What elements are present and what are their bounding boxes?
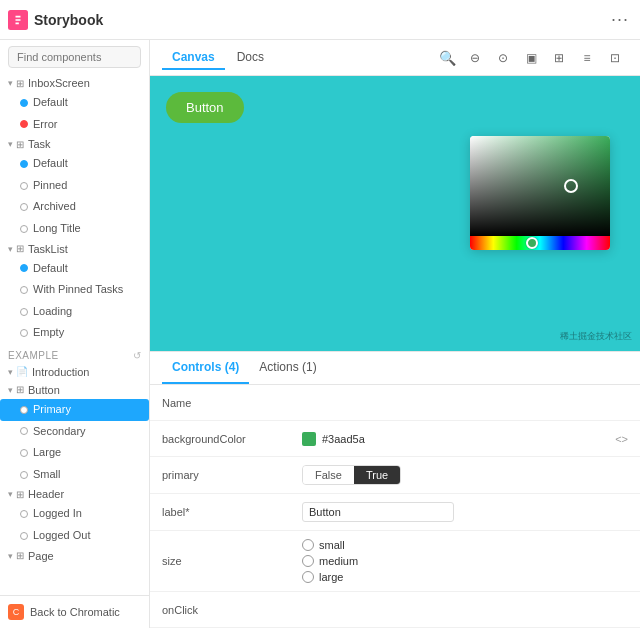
sidebar-item-tasklist-default[interactable]: Default: [0, 258, 149, 280]
dot-icon: [20, 329, 28, 337]
chromatic-icon: C: [8, 604, 24, 620]
sidebar-group-header-header[interactable]: ▾ ⊞ Header: [0, 485, 149, 503]
sidebar-item-task-pinned[interactable]: Pinned: [0, 175, 149, 197]
dot-icon: [20, 225, 28, 233]
refresh-icon[interactable]: ↺: [133, 350, 142, 361]
main-layout: ▾ ⊞ InboxScreen Default Error ▾ ⊞ Task: [0, 40, 640, 628]
control-row-name: Name: [150, 385, 640, 421]
sidebar-item-button-large[interactable]: Large: [0, 442, 149, 464]
label-input[interactable]: [302, 502, 454, 522]
tab-actions[interactable]: Actions (1): [249, 352, 326, 384]
preview-button[interactable]: Button: [166, 92, 244, 123]
sidebar-item-header-loggedin[interactable]: Logged In: [0, 503, 149, 525]
sidebar-item-tasklist-empty[interactable]: Empty: [0, 322, 149, 344]
sidebar-group-inboxscreen-header[interactable]: ▾ ⊞ InboxScreen: [0, 74, 149, 92]
item-label: Error: [33, 116, 57, 134]
dot-icon: [20, 182, 28, 190]
group-label: Page: [28, 550, 54, 562]
sidebar-group-button-header[interactable]: ▾ ⊞ Button: [0, 381, 149, 399]
item-label: Default: [33, 260, 68, 278]
zoom-reset-icon[interactable]: ⊙: [490, 45, 516, 71]
zoom-in-icon[interactable]: 🔍: [434, 45, 460, 71]
size-large-option[interactable]: large: [302, 571, 358, 583]
primary-false-button[interactable]: False: [303, 466, 354, 484]
dot-icon: [20, 264, 28, 272]
sidebar-item-inboxscreen-default[interactable]: Default: [0, 92, 149, 114]
sidebar-item-task-longtitle[interactable]: Long Title: [0, 218, 149, 240]
radio-medium-icon: [302, 555, 314, 567]
more-options-button[interactable]: ···: [608, 8, 632, 32]
group-label: Header: [28, 488, 64, 500]
radio-small-icon: [302, 539, 314, 551]
sidebar-item-button-primary[interactable]: Primary: [0, 399, 149, 421]
size-medium-option[interactable]: medium: [302, 555, 358, 567]
color-swatch[interactable]: [302, 432, 316, 446]
sidebar-group-tasklist-header[interactable]: ▾ ⊞ TaskList: [0, 240, 149, 258]
sidebar-group-task-header[interactable]: ▾ ⊞ Task: [0, 135, 149, 153]
tab-controls[interactable]: Controls (4): [162, 352, 249, 384]
back-to-chromatic-button[interactable]: C Back to Chromatic: [0, 595, 149, 628]
layout-icon[interactable]: ≡: [574, 45, 600, 71]
color-picker-hue-thumb[interactable]: [526, 237, 538, 249]
collapse-arrow-icon: ▾: [8, 244, 13, 254]
control-label-bgcolor: backgroundColor: [162, 433, 302, 445]
book-icon: ⊞: [16, 139, 24, 150]
canvas-toolbar: Canvas Docs 🔍 ⊖ ⊙ ▣ ⊞ ≡ ⊡: [150, 40, 640, 76]
item-label: Pinned: [33, 177, 67, 195]
group-label: Button: [28, 384, 60, 396]
size-small-option[interactable]: small: [302, 539, 358, 551]
collapse-arrow-icon: ▾: [8, 78, 13, 88]
dot-icon: [20, 120, 28, 128]
sidebar-item-task-default[interactable]: Default: [0, 153, 149, 175]
viewport-icon[interactable]: ▣: [518, 45, 544, 71]
item-label: Default: [33, 94, 68, 112]
control-row-onclick: onClick: [150, 592, 640, 628]
tab-docs[interactable]: Docs: [227, 46, 274, 70]
item-label: Large: [33, 444, 61, 462]
control-value-bgcolor[interactable]: #3aad5a <>: [302, 432, 628, 446]
sidebar-item-tasklist-withpinned[interactable]: With Pinned Tasks: [0, 279, 149, 301]
dot-icon: [20, 449, 28, 457]
color-picker-thumb[interactable]: [564, 179, 578, 193]
sidebar-group-page: ▾ ⊞ Page: [0, 547, 149, 565]
book-icon: 📄: [16, 366, 28, 377]
sidebar-group-page-header[interactable]: ▾ ⊞ Page: [0, 547, 149, 565]
control-label-size: size: [162, 555, 302, 567]
sidebar-item-header-loggedout[interactable]: Logged Out: [0, 525, 149, 547]
sidebar-item-button-small[interactable]: Small: [0, 464, 149, 486]
collapse-arrow-icon: ▾: [8, 385, 13, 395]
primary-true-button[interactable]: True: [354, 466, 400, 484]
search-input[interactable]: [8, 46, 141, 68]
radio-large-label: large: [319, 571, 343, 583]
item-label: Secondary: [33, 423, 86, 441]
sidebar-item-task-archived[interactable]: Archived: [0, 196, 149, 218]
sidebar-item-button-secondary[interactable]: Secondary: [0, 421, 149, 443]
sidebar-group-introduction-header[interactable]: ▾ 📄 Introduction: [0, 363, 149, 381]
dot-icon: [20, 471, 28, 479]
radio-large-icon: [302, 571, 314, 583]
app-header: Storybook ···: [0, 0, 640, 40]
grid-icon[interactable]: ⊞: [546, 45, 572, 71]
color-picker-hue-slider[interactable]: [470, 236, 610, 250]
settings-icon[interactable]: ⊡: [602, 45, 628, 71]
color-code-toggle[interactable]: <>: [615, 433, 628, 445]
color-picker-overlay[interactable]: [470, 136, 610, 250]
color-picker-gradient[interactable]: [470, 136, 610, 236]
dot-icon: [20, 427, 28, 435]
sidebar-item-inboxscreen-error[interactable]: Error: [0, 114, 149, 136]
sidebar-item-tasklist-loading[interactable]: Loading: [0, 301, 149, 323]
collapse-arrow-icon: ▾: [8, 139, 13, 149]
item-label: Archived: [33, 198, 76, 216]
control-value-label: [302, 502, 628, 522]
group-label: TaskList: [28, 243, 68, 255]
tab-canvas[interactable]: Canvas: [162, 46, 225, 70]
content-area: Canvas Docs 🔍 ⊖ ⊙ ▣ ⊞ ≡ ⊡ Button: [150, 40, 640, 628]
dot-icon: [20, 406, 28, 414]
sidebar: ▾ ⊞ InboxScreen Default Error ▾ ⊞ Task: [0, 40, 150, 628]
control-value-size: small medium large: [302, 539, 628, 583]
zoom-out-icon[interactable]: ⊖: [462, 45, 488, 71]
example-label: EXAMPLE: [8, 350, 59, 361]
collapse-arrow-icon: ▾: [8, 489, 13, 499]
control-row-bgcolor: backgroundColor #3aad5a <>: [150, 421, 640, 457]
primary-toggle-group: False True: [302, 465, 401, 485]
